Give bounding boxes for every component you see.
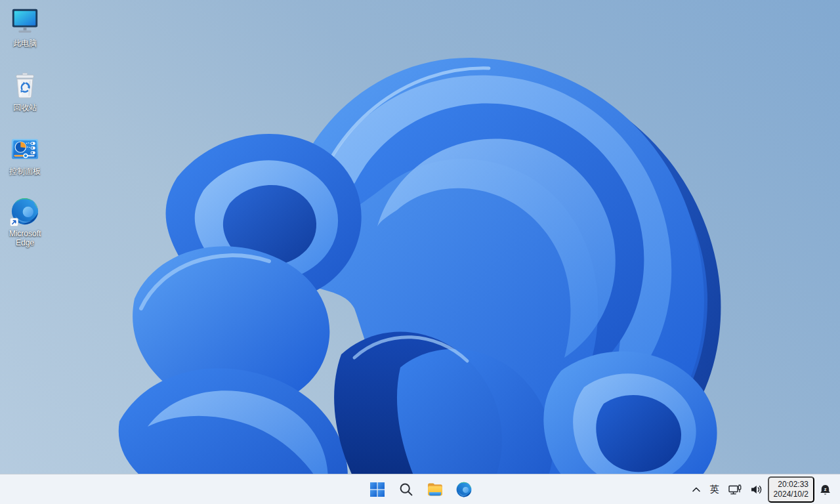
volume-tray-button[interactable] bbox=[747, 476, 766, 503]
control-panel-icon bbox=[10, 134, 40, 164]
recycle-bin-icon bbox=[10, 70, 40, 100]
taskbar: 英 bbox=[0, 474, 840, 504]
notification-center-button[interactable]: z bbox=[816, 476, 835, 503]
taskbar-center-buttons bbox=[364, 474, 477, 504]
edge-browser-icon bbox=[455, 481, 472, 498]
chevron-up-icon bbox=[692, 486, 701, 493]
file-explorer-folder-icon bbox=[427, 481, 444, 498]
volume-icon bbox=[750, 484, 763, 495]
search-icon bbox=[398, 482, 414, 497]
ime-indicator[interactable]: 英 bbox=[705, 476, 724, 503]
system-tray: 英 bbox=[688, 474, 835, 504]
network-tray-button[interactable] bbox=[725, 476, 746, 503]
start-button[interactable] bbox=[364, 476, 390, 503]
clock[interactable]: 20:02:33 2024/10/2 bbox=[768, 476, 814, 503]
wallpaper-bloom bbox=[0, 0, 840, 504]
file-explorer-button[interactable] bbox=[422, 476, 448, 503]
ime-language-label: 英 bbox=[710, 484, 719, 495]
clock-date: 2024/10/2 bbox=[774, 490, 808, 499]
desktop-icon-this-pc[interactable]: 此电脑 bbox=[1, 5, 49, 48]
svg-text:z: z bbox=[824, 486, 827, 492]
this-pc-monitor-icon bbox=[10, 6, 40, 36]
desktop-icon-label: 此电脑 bbox=[13, 39, 37, 48]
desktop[interactable]: 此电脑 bbox=[0, 0, 840, 504]
desktop-icon-control-panel[interactable]: 控制面板 bbox=[1, 133, 49, 176]
desktop-icon-label: 控制面板 bbox=[9, 167, 41, 176]
hidden-icons-chevron-button[interactable] bbox=[688, 476, 704, 503]
desktop-icon-label: Microsoft Edge bbox=[2, 229, 48, 247]
windows-start-icon bbox=[369, 482, 385, 497]
search-button[interactable] bbox=[393, 476, 419, 503]
shortcut-arrow-icon bbox=[10, 218, 18, 226]
desktop-icon-label: 回收站 bbox=[13, 103, 37, 112]
edge-taskbar-button[interactable] bbox=[451, 476, 477, 503]
clock-time: 20:02:33 bbox=[778, 480, 808, 490]
desktop-icon-recycle-bin[interactable]: 回收站 bbox=[1, 70, 49, 112]
notification-bell-dnd-icon: z bbox=[819, 484, 831, 496]
ethernet-network-icon bbox=[728, 484, 742, 495]
desktop-icon-microsoft-edge[interactable]: Microsoft Edge bbox=[1, 196, 49, 247]
